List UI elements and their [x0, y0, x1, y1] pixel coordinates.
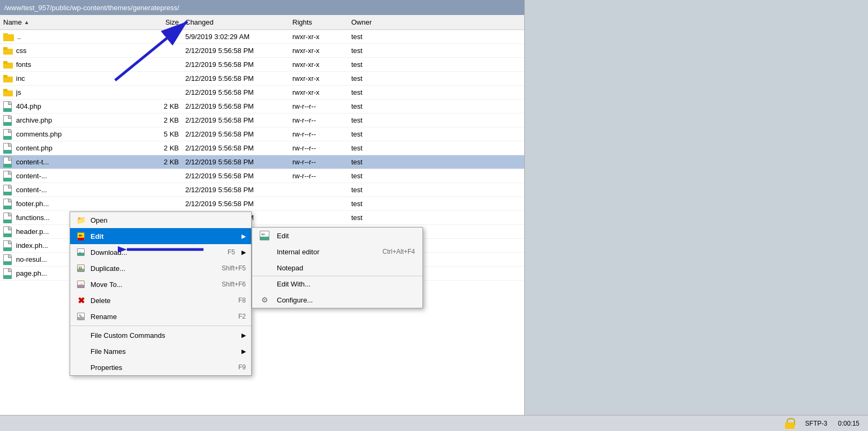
sub-label-edit-edit: Edit: [277, 232, 415, 240]
file-size-cell: 2 KB: [150, 144, 182, 152]
table-row[interactable]: content-...2/12/2019 5:56:58 PMrw-r--r--…: [0, 169, 524, 183]
context-menu[interactable]: 📁Open ✏ Edit▶ ↓ Download...F5▶ ⧉ Duplica…: [70, 211, 252, 376]
rename-icon: ✎: [76, 311, 86, 322]
table-row[interactable]: 404.php2 KB2/12/2019 5:56:58 PMrw-r--r--…: [0, 100, 524, 114]
table-row[interactable]: content.php2 KB2/12/2019 5:56:58 PMrw-r-…: [0, 141, 524, 155]
file-name-cell: content-t...: [0, 157, 150, 168]
file-name-label: comments.php: [16, 130, 62, 138]
file-changed-cell: 2/12/2019 5:56:58 PM: [182, 172, 289, 180]
php-file-icon: [3, 157, 13, 168]
col-header-owner[interactable]: Owner: [348, 18, 391, 26]
menu-icon-blank: [76, 362, 86, 373]
file-rights-cell: rwxr-xr-x: [289, 33, 348, 41]
menu-shortcut-moveto: Shift+F6: [222, 281, 246, 288]
move-icon: →: [76, 279, 86, 290]
menu-item-delete[interactable]: ✖ DeleteF8: [70, 292, 251, 308]
file-name-cell: inc: [0, 74, 150, 82]
table-row[interactable]: ..5/9/2019 3:02:29 AMrwxr-xr-xtest: [0, 30, 524, 44]
menu-label-rename: Rename: [90, 313, 234, 321]
file-rights-cell: rwxr-xr-x: [289, 47, 348, 55]
menu-item-moveto[interactable]: → Move To...Shift+F6: [70, 276, 251, 292]
file-name-label: ..: [17, 33, 21, 41]
file-name-label: content.php: [16, 144, 52, 152]
file-owner-cell: test: [348, 200, 391, 208]
file-size-cell: 5 KB: [150, 130, 182, 138]
menu-item-properties[interactable]: PropertiesF9: [70, 359, 251, 375]
file-name-label: header.p...: [16, 228, 49, 236]
file-name-label: index.ph...: [16, 241, 48, 249]
file-owner-cell: test: [348, 88, 391, 96]
file-name-label: functions...: [16, 214, 50, 222]
menu-shortcut-download: F5: [228, 248, 235, 256]
submenu-item-edit-with[interactable]: Edit With...: [252, 276, 422, 292]
file-name-cell: archive.php: [0, 115, 150, 126]
duplicate-icon: ⧉: [76, 263, 86, 274]
menu-label-delete: Delete: [90, 297, 234, 305]
file-name-label: page.ph...: [16, 269, 47, 277]
file-owner-cell: test: [348, 214, 391, 222]
bottom-bar: SFTP-3 0:00:15: [0, 415, 868, 431]
table-row[interactable]: js2/12/2019 5:56:58 PMrwxr-xr-xtest: [0, 86, 524, 100]
col-header-size[interactable]: Size: [150, 18, 182, 26]
menu-shortcut-duplicate: Shift+F5: [222, 264, 246, 272]
file-name-label: no-resul...: [16, 255, 47, 263]
file-name-label: js: [16, 88, 21, 96]
submenu-item-internal-editor[interactable]: Internal editorCtrl+Alt+F4: [252, 244, 422, 260]
file-name-cell: content-...: [0, 185, 150, 195]
sub-shortcut-internal-editor: Ctrl+Alt+F4: [382, 248, 415, 255]
menu-shortcut-rename: F2: [238, 313, 246, 320]
table-row[interactable]: content-...2/12/2019 5:56:58 PMtest: [0, 183, 524, 197]
table-row[interactable]: archive.php2 KB2/12/2019 5:56:58 PMrw-r-…: [0, 114, 524, 127]
current-path: /www/test_957/public/wp-content/themes/g…: [4, 4, 179, 12]
file-changed-cell: 2/12/2019 5:56:58 PM: [182, 186, 289, 194]
submenu-item-notepad[interactable]: Notepad: [252, 260, 422, 276]
php-file-icon: [3, 213, 13, 223]
menu-item-duplicate[interactable]: ⧉ Duplicate...Shift+F5: [70, 260, 251, 276]
menu-label-open: Open: [90, 216, 246, 224]
table-row[interactable]: footer.ph...2/12/2019 5:56:58 PMtest: [0, 197, 524, 211]
file-name-label: 404.php: [16, 102, 41, 110]
file-name-label: content-t...: [16, 158, 49, 166]
submenu-item-configure[interactable]: ⚙Configure...: [252, 292, 422, 308]
file-owner-cell: test: [348, 116, 391, 124]
menu-label-duplicate: Duplicate...: [90, 264, 217, 273]
file-name-cell: footer.ph...: [0, 199, 150, 209]
menu-label-file-names: File Names: [90, 347, 235, 356]
menu-label-properties: Properties: [90, 364, 234, 372]
table-row[interactable]: fonts2/12/2019 5:56:58 PMrwxr-xr-xtest: [0, 58, 524, 72]
sub-label-configure: Configure...: [277, 296, 415, 304]
menu-item-rename[interactable]: ✎ RenameF2: [70, 308, 251, 324]
table-row[interactable]: comments.php5 KB2/12/2019 5:56:58 PMrw-r…: [0, 127, 524, 141]
menu-item-edit[interactable]: ✏ Edit▶: [70, 228, 251, 244]
submenu-arrow-file-names: ▶: [241, 348, 246, 355]
col-header-rights[interactable]: Rights: [289, 18, 348, 26]
lock-icon: [785, 418, 795, 429]
col-header-name[interactable]: Name ▲: [0, 18, 150, 26]
menu-item-file-names[interactable]: File Names▶: [70, 343, 251, 359]
table-row[interactable]: css2/12/2019 5:56:58 PMrwxr-xr-xtest: [0, 44, 524, 58]
file-name-cell: content-...: [0, 171, 150, 182]
menu-item-file-custom[interactable]: File Custom Commands▶: [70, 326, 251, 343]
file-owner-cell: test: [348, 102, 391, 110]
submenu-arrow-edit: ▶: [241, 233, 246, 240]
file-size-cell: 2 KB: [150, 116, 182, 124]
table-row[interactable]: content-t...2 KB2/12/2019 5:56:58 PMrw-r…: [0, 155, 524, 169]
table-row[interactable]: inc2/12/2019 5:56:58 PMrwxr-xr-xtest: [0, 72, 524, 86]
folder-icon: [3, 75, 13, 82]
file-changed-cell: 5/9/2019 3:02:29 AM: [182, 33, 289, 41]
parent-folder-icon: [3, 33, 14, 41]
php-file-icon: [3, 115, 13, 126]
file-size-cell: 2 KB: [150, 158, 182, 166]
menu-item-download[interactable]: ↓ Download...F5▶: [70, 244, 251, 260]
file-name-cell: fonts: [0, 61, 150, 69]
menu-item-open[interactable]: 📁Open: [70, 212, 251, 228]
file-rights-cell: rwxr-xr-x: [289, 74, 348, 82]
col-header-changed[interactable]: Changed: [182, 18, 289, 26]
submenu-item-edit-edit[interactable]: ✏ Edit: [252, 228, 422, 244]
file-owner-cell: test: [348, 61, 391, 69]
file-owner-cell: test: [348, 130, 391, 138]
edit-submenu[interactable]: ✏ EditInternal editorCtrl+Alt+F4NotepadE…: [252, 227, 423, 308]
file-name-cell: js: [0, 88, 150, 96]
php-file-icon: [3, 240, 13, 251]
file-name-label: css: [16, 47, 27, 55]
